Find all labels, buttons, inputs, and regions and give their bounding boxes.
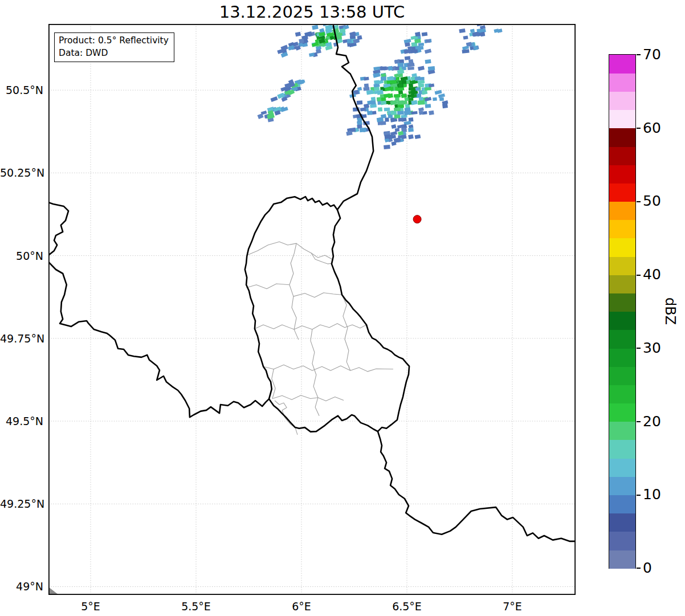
radar-cell <box>402 80 406 84</box>
radar-echo-layer <box>258 24 503 149</box>
radar-cell <box>384 134 389 139</box>
colorbar-tick-label: 30 <box>643 340 661 357</box>
colorbar-band <box>609 275 635 293</box>
radar-cell <box>415 134 421 139</box>
radar-cell <box>472 32 480 36</box>
canton-line-10 <box>272 395 344 401</box>
radar-cell <box>474 46 479 51</box>
product-info-line2: Data: DWD <box>59 47 169 59</box>
radar-cell <box>346 131 352 136</box>
colorbar-band <box>609 458 635 477</box>
colorbar-band <box>609 312 635 331</box>
radar-cell <box>408 134 414 140</box>
colorbar-band <box>609 330 635 349</box>
arc-band-west-1 <box>270 79 305 102</box>
radar-cell <box>374 87 380 91</box>
radar-cell <box>411 50 418 54</box>
radar-cell <box>415 76 421 81</box>
radar-cell <box>380 67 386 71</box>
radar-cell <box>411 111 417 115</box>
radar-cell <box>401 134 406 139</box>
radar-cell <box>280 45 288 51</box>
radar-cell <box>360 128 366 132</box>
radar-cell <box>428 66 435 71</box>
x-tick-label: 5.5°E <box>165 599 227 613</box>
map-overlay-layer <box>48 25 575 595</box>
colorbar-tickmark <box>637 54 641 55</box>
radar-cell <box>433 97 437 101</box>
radar-cell <box>381 121 386 125</box>
radar-cell <box>418 84 425 88</box>
radar-cell <box>347 39 352 43</box>
radar-cell <box>439 97 444 101</box>
radar-cell <box>415 46 420 50</box>
radar-cell <box>299 39 304 44</box>
x-tick-label: 7°E <box>481 599 544 613</box>
canton-line-4 <box>293 293 342 297</box>
radar-cell <box>425 59 431 64</box>
colorbar-tickmark <box>637 201 641 202</box>
colorbar-band <box>609 55 635 74</box>
colorbar-unit-label: dBZ <box>662 297 678 325</box>
radar-cell <box>409 97 414 101</box>
colorbar-tick-label: 50 <box>643 193 661 210</box>
radar-cell <box>404 39 411 43</box>
radar-cell <box>364 83 369 87</box>
country-borders-layer <box>48 26 576 541</box>
colorbar-band <box>609 440 635 459</box>
canton-line-1 <box>247 242 332 264</box>
colorbar-band <box>609 165 635 183</box>
radar-cell <box>463 35 468 39</box>
radar-cell <box>384 108 390 112</box>
radar-cell <box>357 87 362 91</box>
radar-cell <box>357 100 363 105</box>
radar-cell <box>387 80 394 84</box>
radar-cell <box>425 87 431 91</box>
figure-title: 13.12.2025 13:58 UTC <box>48 2 576 22</box>
arc-band-west-2 <box>258 107 288 123</box>
y-tick-label: 50.5°N <box>0 83 43 97</box>
colorbar-tickmark <box>637 348 641 349</box>
map-plot-area <box>48 24 576 595</box>
colorbar-band <box>609 146 635 165</box>
canton-line-7 <box>342 295 350 370</box>
radar-cell <box>405 43 410 47</box>
product-info-line1: Product: 0.5° Reflectivity <box>59 34 169 47</box>
weather-radar-figure: 13.12.2025 13:58 UTC Product: 0.5° Refle… <box>0 0 685 616</box>
colorbar-tick-label: 10 <box>643 486 661 503</box>
radar-cell <box>407 67 414 70</box>
canton-line-6 <box>263 365 393 372</box>
colorbar-tickmark <box>637 421 641 422</box>
canton-line-3 <box>246 284 290 289</box>
radar-cell <box>480 32 486 36</box>
radar-cell <box>370 104 377 108</box>
colorbar-tick-label: 60 <box>643 120 661 137</box>
radar-cell <box>425 104 431 108</box>
cell-streak-right <box>494 28 502 33</box>
x-tick-label: 6°E <box>270 599 333 613</box>
colorbar-band <box>609 422 635 440</box>
colorbar-band <box>609 532 635 550</box>
storm-west-tail <box>346 117 370 136</box>
radar-cell <box>422 32 428 36</box>
canton-line-5 <box>255 324 366 329</box>
colorbar <box>609 54 636 569</box>
colorbar-band <box>609 293 635 312</box>
cell-top-mid <box>347 31 362 47</box>
radar-cell <box>374 80 380 84</box>
colorbar-band <box>609 366 635 385</box>
colorbar-band <box>609 403 635 422</box>
radar-cell <box>395 60 399 64</box>
y-tick-label: 50.25°N <box>0 166 43 180</box>
radar-cell <box>381 76 386 80</box>
colorbar-band <box>609 385 635 403</box>
radar-cell <box>367 111 373 115</box>
colorbar-band <box>609 183 635 202</box>
colorbar-band <box>609 513 635 532</box>
radar-cell <box>364 77 369 81</box>
radar-cell <box>409 84 413 88</box>
radar-cell <box>357 35 362 40</box>
colorbar-band <box>609 220 635 239</box>
radar-cell <box>357 121 362 125</box>
canton-line-9 <box>272 369 275 399</box>
